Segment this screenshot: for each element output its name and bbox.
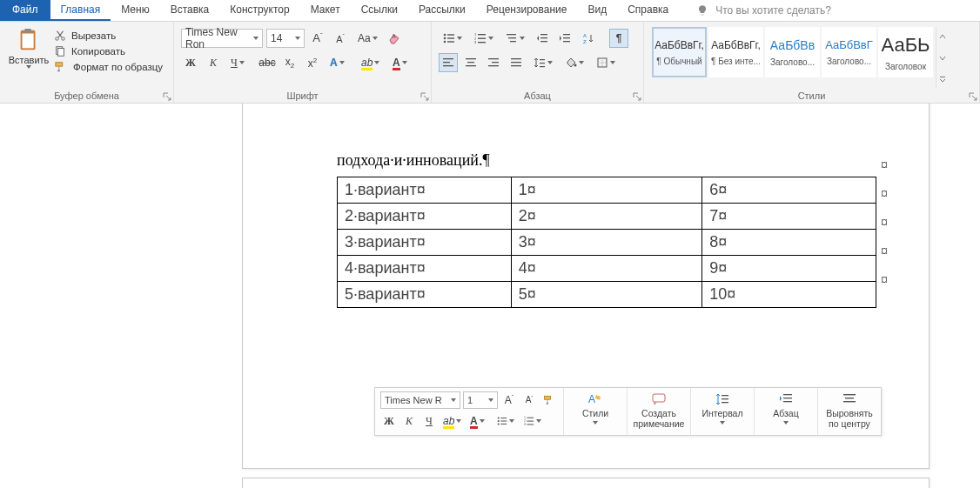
tab-view[interactable]: Вид xyxy=(577,0,617,21)
tab-references[interactable]: Ссылки xyxy=(351,0,408,21)
table-cell[interactable]: 6¤ xyxy=(702,177,876,204)
mini-new-comment-button[interactable]: Создать примечание xyxy=(633,391,685,429)
copy-button[interactable]: Копировать xyxy=(52,44,164,58)
font-color-button[interactable]: A xyxy=(388,53,416,72)
strikethrough-button[interactable]: abc xyxy=(258,53,277,72)
styles-dialog-launcher[interactable] xyxy=(969,92,977,101)
tab-review[interactable]: Рецензирование xyxy=(476,0,578,21)
bucket-icon xyxy=(565,57,577,69)
table-row[interactable]: 2·вариант¤2¤7¤ xyxy=(338,204,876,230)
style-tile-0[interactable]: АаБбВвГг,¶ Обычный xyxy=(652,27,707,77)
superscript-button[interactable]: x2 xyxy=(303,53,322,72)
table-cell[interactable]: 5·вариант¤ xyxy=(338,282,512,308)
tab-layout[interactable]: Макет xyxy=(300,0,351,21)
mini-format-painter-button[interactable] xyxy=(540,391,558,409)
styles-scroll-down[interactable] xyxy=(936,52,949,64)
table-cell[interactable]: 10¤ xyxy=(702,282,876,308)
sort-button[interactable]: AZ xyxy=(578,29,606,48)
table-row[interactable]: 3·вариант¤3¤8¤ xyxy=(338,230,876,256)
tab-mailings[interactable]: Рассылки xyxy=(408,0,476,21)
font-name-combo[interactable]: Times New Ron xyxy=(181,29,263,48)
clipboard-dialog-launcher[interactable] xyxy=(163,92,171,101)
shrink-font-button[interactable]: Aˇ xyxy=(331,29,350,48)
word-table[interactable]: 1·вариант¤1¤6¤2·вариант¤2¤7¤3·вариант¤3¤… xyxy=(337,177,876,308)
styles-expand[interactable] xyxy=(936,73,949,85)
style-tile-4[interactable]: АаБЬЗаголовок xyxy=(878,27,933,77)
highlight-color-button[interactable]: ab xyxy=(357,53,385,72)
subscript-button[interactable]: x2 xyxy=(280,53,299,72)
table-cell[interactable]: 7¤ xyxy=(702,204,876,230)
mini-spacing-button[interactable]: Интервал xyxy=(696,391,748,424)
tell-me-search[interactable]: Что вы хотите сделать? xyxy=(696,0,831,21)
decrease-indent-button[interactable] xyxy=(533,29,552,48)
align-right-button[interactable] xyxy=(484,53,503,72)
tab-menu[interactable]: Меню xyxy=(111,0,159,21)
underline-button[interactable]: Ч xyxy=(226,53,254,72)
numbering-button[interactable]: 123 xyxy=(470,29,498,48)
table-cell[interactable]: 2¤ xyxy=(511,204,702,230)
text-effects-button[interactable]: A xyxy=(326,53,353,72)
mini-bullets-button[interactable] xyxy=(494,412,519,430)
increase-indent-button[interactable] xyxy=(555,29,574,48)
line-spacing-button[interactable] xyxy=(529,53,557,72)
clear-formatting-button[interactable]: A xyxy=(385,29,404,48)
tab-design[interactable]: Конструктор xyxy=(219,0,299,21)
mini-underline-button[interactable]: Ч xyxy=(420,412,438,430)
align-center-button[interactable] xyxy=(461,53,480,72)
body-paragraph[interactable]: подхода·и·инноваций.¶ xyxy=(337,151,873,170)
mini-align-center-button[interactable]: Выровнять по центру xyxy=(823,391,876,429)
justify-button[interactable] xyxy=(507,53,526,72)
table-row[interactable]: 1·вариант¤1¤6¤ xyxy=(338,177,876,204)
table-cell[interactable]: 4·вариант¤ xyxy=(338,256,512,282)
svg-text:A: A xyxy=(583,33,587,38)
tab-help[interactable]: Справка xyxy=(617,0,679,21)
tab-file[interactable]: Файл xyxy=(0,0,50,21)
mini-font-combo[interactable]: Times New R xyxy=(380,391,460,409)
mini-shrink-font-button[interactable]: Aˇ xyxy=(520,391,538,409)
mini-styles-button[interactable]: A Стили xyxy=(569,391,621,424)
document-workspace[interactable]: подхода·и·инноваций.¶ 1·вариант¤1¤6¤2·ва… xyxy=(0,104,980,488)
cut-button[interactable]: Вырезать xyxy=(52,29,164,43)
show-marks-button[interactable]: ¶ xyxy=(609,29,628,48)
table-cell[interactable]: 1¤ xyxy=(511,177,702,204)
table-cell[interactable]: 5¤ xyxy=(511,282,702,308)
mini-font-color-button[interactable]: A xyxy=(467,412,492,430)
table-cell[interactable]: 1·вариант¤ xyxy=(338,177,512,204)
borders-button[interactable] xyxy=(592,53,620,72)
table-cell[interactable]: 3·вариант¤ xyxy=(338,230,512,256)
table-cell[interactable]: 3¤ xyxy=(511,230,702,256)
grow-font-button[interactable]: Aˆ xyxy=(308,29,327,48)
mini-size-combo[interactable]: 1 xyxy=(463,391,498,409)
mini-paragraph-button[interactable]: Абзац xyxy=(760,391,812,424)
paragraph-dialog-launcher[interactable] xyxy=(633,92,641,101)
multilevel-list-button[interactable] xyxy=(501,29,529,48)
table-row[interactable]: 5·вариант¤5¤10¤ xyxy=(338,282,876,308)
shading-button[interactable] xyxy=(560,53,588,72)
table-cell[interactable]: 8¤ xyxy=(702,230,876,256)
tab-home[interactable]: Главная xyxy=(50,0,111,21)
align-left-button[interactable] xyxy=(439,53,458,72)
bullets-button[interactable] xyxy=(439,29,467,48)
italic-button[interactable]: К xyxy=(204,53,223,72)
table-cell[interactable]: 9¤ xyxy=(702,256,876,282)
styles-scroll-up[interactable] xyxy=(936,30,949,43)
change-case-button[interactable]: Aa xyxy=(353,29,381,48)
paste-button[interactable]: Вставить xyxy=(7,25,52,69)
table-cell[interactable]: 4¤ xyxy=(511,256,702,282)
chevron-down-icon xyxy=(593,421,598,424)
tab-insert[interactable]: Вставка xyxy=(160,0,220,21)
table-row[interactable]: 4·вариант¤4¤9¤ xyxy=(338,256,876,282)
mini-italic-button[interactable]: К xyxy=(400,412,418,430)
style-tile-3[interactable]: АаБбВвГЗаголово... xyxy=(822,27,876,77)
mini-numbering-button[interactable]: 123 xyxy=(521,412,546,430)
style-tile-1[interactable]: АаБбВвГг,¶ Без инте... xyxy=(708,27,763,77)
font-dialog-launcher[interactable] xyxy=(420,92,429,101)
format-painter-button[interactable]: Формат по образцу xyxy=(52,60,164,74)
mini-highlight-button[interactable]: ab xyxy=(440,412,465,430)
bold-button[interactable]: Ж xyxy=(181,53,200,72)
font-size-combo[interactable]: 14 xyxy=(266,29,305,48)
table-cell[interactable]: 2·вариант¤ xyxy=(338,204,512,230)
mini-bold-button[interactable]: Ж xyxy=(380,412,398,430)
style-tile-2[interactable]: АаБбВвЗаголово... xyxy=(765,27,820,77)
mini-grow-font-button[interactable]: Aˆ xyxy=(500,391,518,409)
